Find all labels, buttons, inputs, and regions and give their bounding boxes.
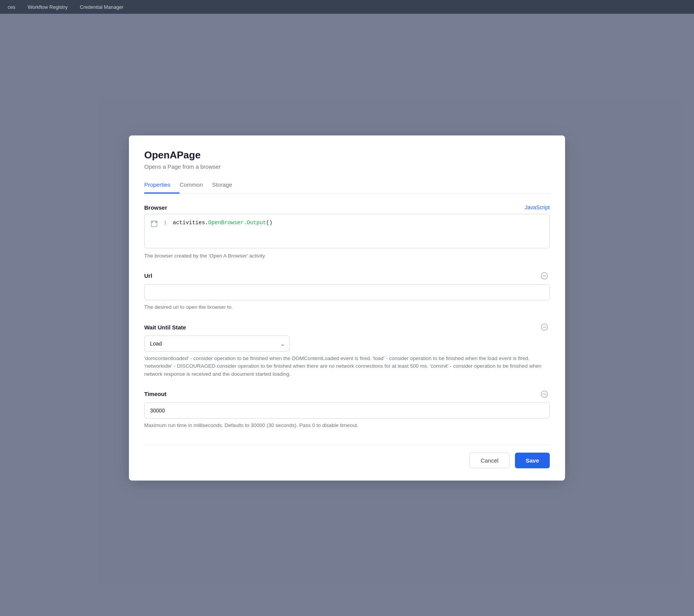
browser-section: Browser JavaScript 1 activities.OpenBrow…: [144, 204, 550, 260]
modal-title: OpenAPage: [144, 149, 550, 161]
code-prefix: activities.: [173, 220, 208, 226]
browser-field-header: Browser JavaScript: [144, 204, 550, 211]
browser-description: The browser created by the 'Open A Brows…: [144, 252, 550, 260]
svg-point-12: [545, 393, 546, 394]
modal-subtitle: Opens a Page from a browser: [144, 163, 550, 170]
nav-item-workflow-registry[interactable]: Workflow Registry: [28, 4, 68, 10]
url-description: The desired url to open the browser to.: [144, 303, 550, 311]
tab-storage[interactable]: Storage: [212, 178, 241, 194]
url-more-button[interactable]: [539, 271, 550, 281]
svg-point-3: [544, 275, 545, 276]
browser-code-editor[interactable]: 1 activities.OpenBrowser.Output(): [144, 214, 550, 248]
expand-icon[interactable]: [151, 220, 158, 229]
modal-overlay: OpenAPage Opens a Page from a browser Pr…: [0, 0, 694, 616]
tabs-bar: Properties Common Storage: [144, 178, 550, 194]
wait-until-state-more-button[interactable]: [539, 322, 550, 332]
timeout-field-header: Timeout: [144, 389, 550, 399]
tab-common[interactable]: Common: [179, 178, 212, 194]
wait-until-state-label: Wait Until State: [144, 324, 186, 331]
svg-point-10: [542, 393, 544, 394]
svg-point-11: [544, 393, 545, 394]
nav-item-ces[interactable]: ces: [8, 4, 15, 10]
cancel-button[interactable]: Cancel: [469, 453, 510, 468]
browser-label: Browser: [144, 204, 167, 211]
wait-until-state-header: Wait Until State: [144, 322, 550, 332]
timeout-section: Timeout Maximum run time in milliseconds…: [144, 389, 550, 429]
save-button[interactable]: Save: [515, 453, 550, 468]
top-nav-bar: ces Workflow Registry Credential Manager: [0, 0, 694, 14]
url-label: Url: [144, 272, 152, 279]
url-field-header: Url: [144, 271, 550, 281]
svg-point-4: [545, 275, 546, 276]
svg-point-7: [544, 327, 545, 328]
svg-point-8: [545, 327, 546, 328]
wait-until-state-select-wrapper: Load DOMContentLoaded NetworkIdle Commit…: [144, 336, 290, 352]
wait-until-state-section: Wait Until State Load DOMContentLoaded N…: [144, 322, 550, 378]
timeout-label: Timeout: [144, 391, 166, 397]
svg-point-2: [542, 275, 544, 276]
wait-until-state-description: 'domcontentloaded' - consider operation …: [144, 355, 550, 378]
code-paren: (): [266, 220, 272, 226]
tab-properties[interactable]: Properties: [144, 178, 179, 194]
timeout-more-button[interactable]: [539, 389, 550, 399]
code-line-number: 1: [164, 220, 167, 226]
svg-point-6: [542, 327, 544, 328]
timeout-description: Maximum run time in milliseconds. Defaul…: [144, 422, 550, 429]
url-input[interactable]: [144, 284, 550, 300]
modal-dialog: OpenAPage Opens a Page from a browser Pr…: [129, 135, 565, 481]
timeout-input[interactable]: [144, 403, 550, 419]
javascript-link[interactable]: JavaScript: [525, 204, 550, 210]
modal-header: OpenAPage Opens a Page from a browser: [144, 149, 550, 170]
wait-until-state-select[interactable]: Load DOMContentLoaded NetworkIdle Commit: [144, 336, 290, 352]
nav-item-credential-manager[interactable]: Credential Manager: [80, 4, 124, 10]
url-section: Url The desired url to open the browser …: [144, 271, 550, 311]
code-method: OpenBrowser.Output: [208, 220, 266, 226]
code-content: activities.OpenBrowser.Output(): [173, 220, 272, 226]
modal-footer: Cancel Save: [144, 445, 550, 468]
